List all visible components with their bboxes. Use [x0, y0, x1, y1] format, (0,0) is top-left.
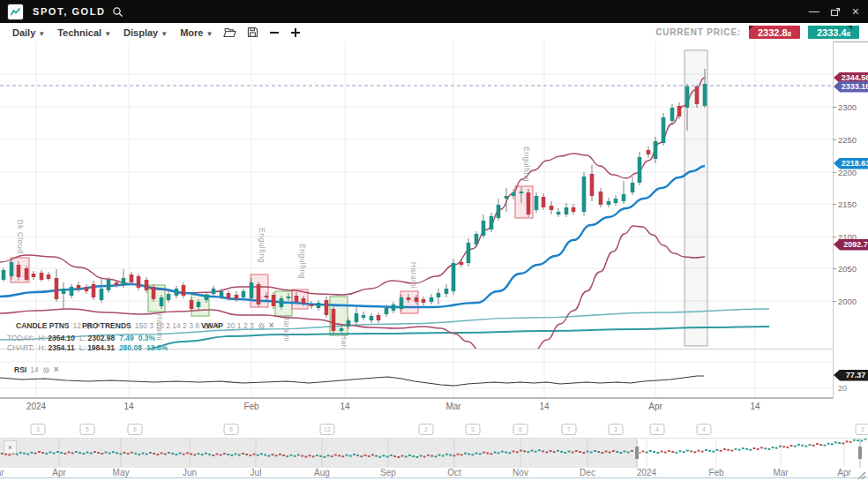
candle-body — [122, 278, 126, 285]
minimize-button[interactable]: — — [809, 0, 819, 23]
candle-body — [703, 84, 707, 106]
symbol-title: SPOT, GOLD — [33, 6, 106, 17]
restore-button[interactable] — [830, 6, 842, 18]
toolbar: Daily▼Technical▼Display▼More▼ CURRENT PR… — [0, 23, 868, 42]
rsi-pane[interactable] — [0, 349, 834, 399]
navigator-month-label: Jun — [183, 468, 197, 477]
pattern-label: Harami — [409, 262, 418, 289]
candle-body — [2, 270, 6, 280]
calendar-marker[interactable]: 6 — [513, 424, 528, 435]
navigator-close-button[interactable]: × — [4, 440, 17, 454]
navigator-left-handle[interactable] — [635, 446, 640, 460]
candle-body — [355, 313, 359, 322]
main-price-chart[interactable]: Dk CloudEngulfingEngulfingHaramiHaramiHa… — [0, 41, 834, 349]
chevron-down-icon: ▼ — [38, 30, 45, 38]
candle-body — [182, 285, 186, 296]
candle-body — [190, 300, 194, 309]
navigator-month-label: May — [113, 468, 130, 477]
y-tick-mark — [833, 139, 836, 140]
title-bar: SPOT, GOLD — × — [0, 0, 868, 23]
indicator-name: CANDLE PTNS — [16, 321, 69, 330]
pattern-label: Engulfing — [258, 228, 266, 263]
calendar-marker[interactable]: 3 — [609, 424, 624, 435]
calendar-marker[interactable]: 2 — [856, 424, 868, 435]
candle-body — [47, 274, 51, 279]
rsi-settings-gear-icon[interactable] — [42, 366, 50, 374]
candle-body — [407, 297, 411, 300]
price-badge: 2218.63 — [834, 158, 868, 169]
calendar-marker[interactable]: 3 — [31, 424, 46, 435]
menu-technical[interactable]: Technical▼ — [57, 27, 111, 38]
calendar-marker[interactable]: 2 — [419, 424, 434, 435]
stat-value: 2354.10 — [48, 334, 75, 342]
candle-body — [227, 293, 231, 298]
y-tick-mark — [833, 204, 836, 205]
candle-body — [32, 274, 36, 277]
candle-body — [272, 295, 276, 306]
candlestick — [152, 284, 156, 302]
navigator-month-label: Aug — [314, 468, 330, 477]
navigator-month-label: Mar — [773, 468, 788, 477]
candle-body — [137, 276, 141, 288]
candle-body — [490, 216, 494, 229]
candle-body — [685, 86, 690, 108]
candle-body — [550, 206, 554, 210]
candlestick — [332, 305, 336, 334]
indicator-params: 12 — [72, 321, 80, 330]
rsi-name: RSI — [14, 365, 26, 374]
candle-body — [452, 263, 456, 291]
calendar-marker[interactable]: 6 — [224, 424, 239, 435]
candle-body — [265, 296, 269, 297]
save-icon[interactable] — [247, 26, 258, 38]
resize-grip-icon[interactable] — [857, 470, 867, 480]
zoom-out-icon[interactable] — [269, 27, 280, 38]
search-icon[interactable] — [112, 6, 123, 18]
calendar-marker[interactable]: 3 — [466, 424, 481, 435]
candle-body — [662, 117, 666, 143]
rsi-remove-icon[interactable]: × — [54, 366, 59, 373]
pattern-label: Harami — [340, 334, 348, 349]
candle-body — [257, 284, 261, 304]
candle-body — [467, 243, 471, 263]
calendar-marker[interactable]: 12 — [320, 424, 335, 435]
rsi-line — [0, 376, 704, 386]
menu-daily[interactable]: Daily▼ — [12, 27, 45, 38]
open-folder-icon[interactable] — [223, 27, 236, 38]
calendar-marker[interactable]: 4 — [697, 424, 712, 435]
stat-value: H: 2354.11 — [39, 343, 75, 352]
menu-more[interactable]: More▼ — [180, 27, 213, 38]
candle-body — [542, 197, 546, 207]
candle-body — [92, 284, 96, 297]
candle-body — [100, 289, 104, 300]
navigator-month-label: 2024 — [637, 468, 656, 477]
navigator-right-handle[interactable] — [858, 446, 863, 460]
calendar-marker[interactable]: 6 — [128, 424, 143, 435]
calendar-marker[interactable]: 5 — [80, 424, 95, 435]
candle-body — [422, 299, 426, 303]
x-tick-label: Feb — [243, 402, 258, 411]
calendar-marker[interactable]: 7 — [562, 424, 577, 435]
x-tick-label: 14 — [340, 402, 349, 411]
pattern-label: Harami — [282, 315, 291, 342]
remove-indicator-icon[interactable]: × — [269, 322, 274, 329]
settings-gear-icon[interactable] — [258, 322, 266, 330]
candle-body — [250, 282, 254, 298]
stat-value: CHART: — [7, 343, 34, 352]
bid-price-badge: 2332.88 — [749, 26, 800, 39]
stat-value: 1984.31 — [87, 343, 115, 352]
calendar-marker[interactable]: 4 — [650, 424, 665, 435]
candle-body — [614, 199, 618, 203]
zoom-in-icon[interactable] — [290, 27, 301, 38]
menu-display[interactable]: Display▼ — [123, 27, 168, 38]
candle-body — [638, 157, 642, 183]
navigator-month-label: Feb — [708, 468, 723, 477]
y-tick-mark — [833, 237, 836, 237]
candle-body — [362, 315, 366, 318]
navigator-month-label: Apr — [52, 468, 66, 477]
x-axis-line — [0, 397, 834, 399]
close-button[interactable]: × — [852, 0, 859, 23]
navigator-month-label: Apr — [837, 468, 851, 477]
navigator-strip[interactable] — [0, 439, 868, 477]
candle-body — [557, 212, 561, 214]
candle-body — [631, 183, 635, 192]
